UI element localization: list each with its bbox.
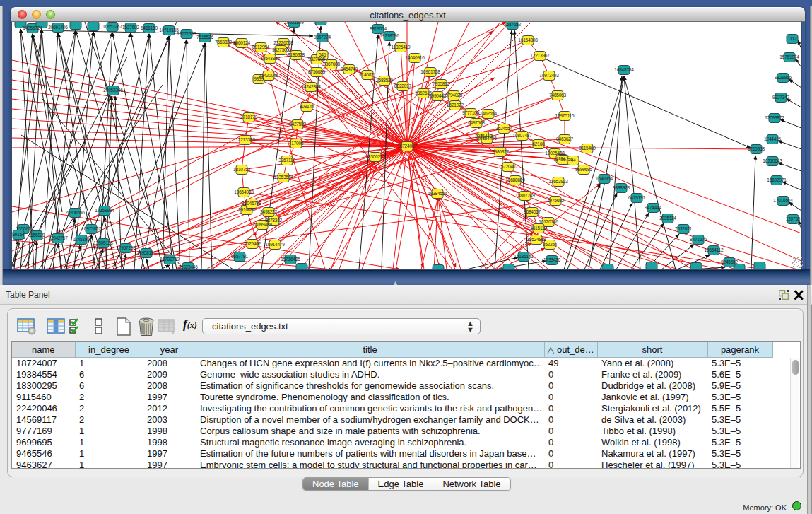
svg-text:1462654: 1462654 <box>480 111 497 116</box>
svg-text:14136141: 14136141 <box>514 254 534 259</box>
svg-text:2687652: 2687652 <box>504 22 521 27</box>
svg-text:17957253: 17957253 <box>116 245 136 250</box>
svg-text:12975115: 12975115 <box>555 113 575 118</box>
svg-text:8912954: 8912954 <box>252 45 269 49</box>
svg-text:15751074: 15751074 <box>779 54 799 59</box>
svg-text:17016504: 17016504 <box>773 198 793 203</box>
svg-text:17359934: 17359934 <box>95 208 114 213</box>
svg-text:7986372: 7986372 <box>492 149 509 154</box>
svg-text:9245652: 9245652 <box>721 259 738 264</box>
svg-text:10543362: 10543362 <box>260 56 280 61</box>
svg-text:16033809: 16033809 <box>284 22 304 25</box>
svg-text:1975692: 1975692 <box>547 198 564 203</box>
svg-text:1145191: 1145191 <box>73 237 90 242</box>
svg-text:20691406: 20691406 <box>48 25 68 30</box>
svg-text:11325419: 11325419 <box>392 45 411 49</box>
svg-text:13653923: 13653923 <box>548 179 568 184</box>
svg-text:12213967: 12213967 <box>530 53 550 58</box>
svg-text:14640910: 14640910 <box>405 55 425 60</box>
svg-text:9657791: 9657791 <box>231 254 248 259</box>
svg-text:19218596: 19218596 <box>379 33 399 38</box>
svg-text:18807249: 18807249 <box>515 193 535 198</box>
svg-text:8454749: 8454749 <box>341 66 358 71</box>
svg-text:417006: 417006 <box>289 141 304 146</box>
svg-text:12505135: 12505135 <box>93 240 113 245</box>
svg-text:16914479: 16914479 <box>265 242 285 247</box>
svg-text:10719155: 10719155 <box>159 28 179 33</box>
svg-text:24099489: 24099489 <box>252 222 272 227</box>
svg-text:62160: 62160 <box>532 141 545 146</box>
svg-text:2718170: 2718170 <box>240 115 257 119</box>
svg-text:13353594: 13353594 <box>273 175 293 180</box>
svg-text:24242848: 24242848 <box>301 84 321 89</box>
svg-text:1615112: 1615112 <box>530 226 547 230</box>
svg-text:2867608: 2867608 <box>323 62 340 66</box>
svg-text:10120746: 10120746 <box>539 219 558 224</box>
svg-text:1916682: 1916682 <box>238 207 255 212</box>
svg-text:9474444: 9474444 <box>645 205 661 210</box>
svg-text:23420046: 23420046 <box>259 73 278 78</box>
svg-text:20206556: 20206556 <box>65 210 85 215</box>
svg-text:546: 546 <box>319 52 326 57</box>
svg-text:9684067: 9684067 <box>524 209 541 214</box>
svg-text:6497508: 6497508 <box>468 120 485 125</box>
svg-text:x: x <box>171 329 175 336</box>
svg-text:6466160: 6466160 <box>141 25 158 30</box>
svg-text:9699695: 9699695 <box>575 167 592 172</box>
svg-text:16210643: 16210643 <box>763 158 782 163</box>
svg-text:16782759: 16782759 <box>160 257 180 262</box>
svg-text:8427552: 8427552 <box>289 122 306 127</box>
svg-text:9227342: 9227342 <box>772 95 789 100</box>
svg-text:8822017: 8822017 <box>394 83 411 88</box>
svg-text:9338923: 9338923 <box>613 185 630 190</box>
svg-text:9329966: 9329966 <box>775 75 792 80</box>
svg-text:9827505: 9827505 <box>272 47 289 52</box>
svg-text:10975857: 10975857 <box>81 226 101 231</box>
svg-text:1621022: 1621022 <box>447 103 464 107</box>
svg-text:8813054: 8813054 <box>370 26 387 31</box>
svg-text:1990443: 1990443 <box>429 93 446 98</box>
svg-text:19384554: 19384554 <box>428 191 447 196</box>
svg-text:12942757: 12942757 <box>48 235 68 240</box>
svg-text:12093872: 12093872 <box>765 115 784 120</box>
svg-text:39154: 39154 <box>12 232 25 237</box>
svg-text:9794028: 9794028 <box>445 93 462 98</box>
svg-text:9777109: 9777109 <box>462 110 479 115</box>
svg-text:10653267: 10653267 <box>102 24 122 29</box>
svg-text:7485063: 7485063 <box>549 93 566 98</box>
svg-text:9115460: 9115460 <box>579 146 596 151</box>
svg-text:8215958: 8215958 <box>748 146 765 151</box>
svg-text:7515526: 7515526 <box>196 35 213 40</box>
svg-text:2935114: 2935114 <box>659 216 676 221</box>
svg-text:8471676: 8471676 <box>690 237 707 242</box>
svg-text:1733426: 1733426 <box>543 257 560 262</box>
svg-text:1156829: 1156829 <box>28 233 45 238</box>
svg-text:10688609: 10688609 <box>505 177 525 182</box>
svg-text:3498222: 3498222 <box>260 209 277 214</box>
svg-text:8186328: 8186328 <box>288 52 305 57</box>
svg-text:9357224: 9357224 <box>314 35 331 40</box>
svg-text:7632621: 7632621 <box>675 226 692 231</box>
svg-text:16848784: 16848784 <box>614 67 634 72</box>
svg-text:3624554: 3624554 <box>495 126 512 131</box>
svg-text:9327505: 9327505 <box>308 57 325 62</box>
svg-text:23300273: 23300273 <box>365 154 385 159</box>
svg-text:7955812: 7955812 <box>433 81 449 86</box>
svg-text:15716485: 15716485 <box>281 257 300 262</box>
svg-text:1112: 1112 <box>788 36 797 41</box>
svg-text:10025438: 10025438 <box>545 151 565 156</box>
svg-text:19524861: 19524861 <box>526 237 546 242</box>
svg-text:15720407: 15720407 <box>498 164 518 169</box>
svg-text:8660124: 8660124 <box>233 40 250 45</box>
svg-text:1244415: 1244415 <box>764 136 781 141</box>
svg-text:252254: 252254 <box>543 242 558 247</box>
svg-text:1527602: 1527602 <box>122 25 139 30</box>
svg-text:16961758: 16961758 <box>420 69 440 74</box>
svg-text:6479197: 6479197 <box>628 195 645 200</box>
svg-text:19654933: 19654933 <box>234 189 254 194</box>
svg-text:10973493: 10973493 <box>539 73 559 78</box>
svg-text:10958117: 10958117 <box>137 250 156 255</box>
svg-text:1640954: 1640954 <box>596 176 613 181</box>
svg-text:15692971: 15692971 <box>767 177 787 182</box>
svg-text:7625402: 7625402 <box>244 241 261 246</box>
